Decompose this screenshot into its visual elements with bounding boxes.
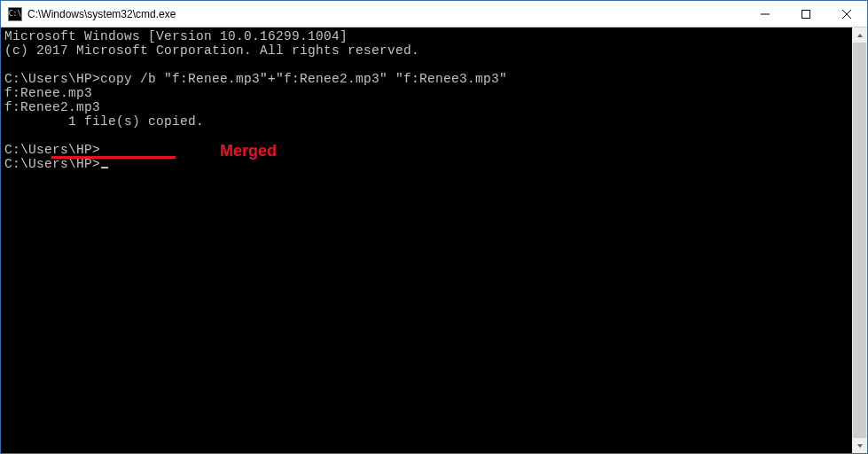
svg-marker-4 — [857, 34, 863, 37]
output-line: f:Renee.mp3 — [4, 86, 92, 100]
close-button[interactable] — [826, 1, 867, 27]
output-line: (c) 2017 Microsoft Corporation. All righ… — [4, 43, 419, 58]
terminal-area: Microsoft Windows [Version 10.0.16299.10… — [1, 27, 867, 453]
prompt-line: C:\Users\HP> — [4, 157, 100, 171]
annotation-label: Merged — [220, 142, 277, 160]
annotation-underline — [51, 156, 176, 159]
scroll-up-button[interactable] — [852, 27, 867, 43]
scroll-down-button[interactable] — [852, 438, 867, 453]
vertical-scrollbar[interactable] — [852, 27, 867, 453]
output-line: f:Renee2.mp3 — [4, 100, 100, 114]
output-line: Microsoft Windows [Version 10.0.16299.10… — [4, 29, 348, 43]
window-controls — [745, 1, 867, 27]
minimize-button[interactable] — [745, 1, 786, 27]
output-line: 1 file(s) copied. — [4, 114, 204, 129]
scroll-thumb[interactable] — [853, 43, 866, 438]
cursor — [101, 167, 108, 168]
svg-marker-5 — [857, 444, 863, 448]
svg-rect-1 — [802, 10, 810, 18]
cmd-icon: C:\ — [8, 7, 22, 21]
titlebar[interactable]: C:\ C:\Windows\system32\cmd.exe — [1, 1, 867, 27]
output-line: C:\Users\HP>copy /b "f:Renee.mp3"+"f:Ren… — [4, 72, 507, 86]
maximize-button[interactable] — [786, 1, 826, 27]
terminal-output[interactable]: Microsoft Windows [Version 10.0.16299.10… — [1, 27, 852, 453]
scroll-track[interactable] — [852, 43, 867, 438]
prompt-line: C:\Users\HP> — [4, 143, 100, 157]
window-title: C:\Windows\system32\cmd.exe — [27, 8, 745, 20]
